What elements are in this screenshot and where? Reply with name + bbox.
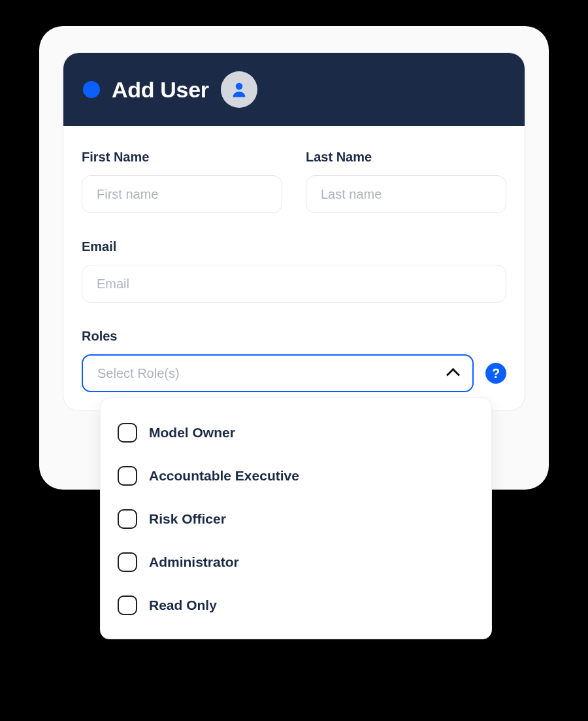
chevron-up-icon	[446, 369, 459, 378]
checkbox-icon[interactable]	[118, 466, 137, 486]
user-avatar	[221, 71, 257, 108]
roles-option-read-only[interactable]: Read Only	[101, 584, 491, 627]
roles-option-label: Administrator	[149, 554, 239, 570]
first-name-field-group: First Name	[82, 150, 282, 213]
status-dot-icon	[83, 81, 100, 98]
modal-card: Add User First Name Last Name	[39, 26, 549, 490]
roles-option-risk-officer[interactable]: Risk Officer	[101, 497, 491, 541]
name-row: First Name Last Name	[82, 150, 506, 213]
panel-header: Add User	[63, 53, 525, 126]
email-field-group: Email	[82, 239, 506, 303]
last-name-label: Last Name	[306, 150, 506, 165]
checkbox-icon[interactable]	[118, 423, 137, 443]
roles-option-label: Model Owner	[149, 425, 235, 441]
email-input[interactable]	[82, 265, 506, 303]
roles-option-label: Accountable Executive	[149, 468, 299, 484]
first-name-label: First Name	[82, 150, 282, 165]
roles-select[interactable]: Select Role(s)	[82, 354, 474, 392]
roles-option-label: Read Only	[149, 597, 217, 613]
svg-point-0	[236, 83, 243, 90]
checkbox-icon[interactable]	[118, 509, 137, 529]
roles-help-icon[interactable]: ?	[485, 363, 506, 384]
panel-title: Add User	[112, 77, 209, 103]
user-silhouette-icon	[229, 80, 249, 99]
email-label: Email	[82, 239, 506, 254]
roles-field-group: Roles Select Role(s) ? Model Owner	[82, 329, 506, 392]
roles-dropdown: Model Owner Accountable Executive Risk O…	[100, 397, 492, 639]
roles-select-placeholder: Select Role(s)	[97, 366, 180, 381]
add-user-panel: Add User First Name Last Name	[63, 52, 525, 411]
roles-option-accountable-executive[interactable]: Accountable Executive	[101, 454, 491, 497]
roles-option-administrator[interactable]: Administrator	[101, 541, 491, 584]
roles-label: Roles	[82, 329, 506, 344]
last-name-field-group: Last Name	[306, 150, 506, 213]
roles-option-label: Risk Officer	[149, 511, 226, 527]
roles-option-model-owner[interactable]: Model Owner	[101, 411, 491, 454]
checkbox-icon[interactable]	[118, 552, 137, 572]
panel-body: First Name Last Name Email Roles Select …	[63, 126, 525, 411]
roles-row: Select Role(s) ?	[82, 354, 506, 392]
first-name-input[interactable]	[82, 175, 282, 213]
last-name-input[interactable]	[306, 175, 506, 213]
checkbox-icon[interactable]	[118, 595, 137, 615]
